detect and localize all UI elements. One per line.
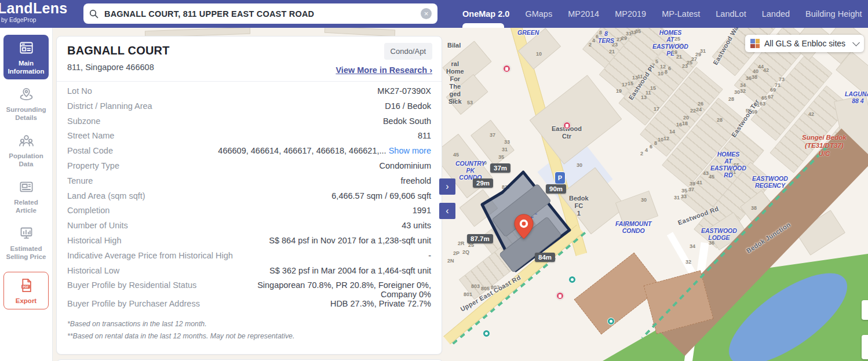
lot-dimension-badge: 90m [546,184,566,194]
nav-item[interactable]: LandLot [716,9,746,19]
sidebar-item-surrounding-details[interactable]: Surrounding Details [3,81,49,126]
map-source-nav: OneMap 2.0GMapsMP2014MP2019MP-LatestLand… [462,0,862,28]
colored-grid-icon [750,39,760,48]
map-plot-number: 8 [654,140,657,146]
detail-value: 466609, 466614, 466617, 466618, 466621,.… [218,146,431,155]
detail-value: - [428,251,431,260]
export-label: Export [16,297,37,305]
detail-row: Number of Units 43 units [67,221,431,236]
map-plot-number: 17 [654,106,659,112]
detail-row: Street Name 811 [67,131,431,146]
map-plot-number: 37 [688,187,694,192]
panel-expand-button[interactable]: › [439,178,455,195]
sidebar-item-label: Related Article [5,198,48,214]
map-plot-number: 34 [690,243,695,249]
detail-label: Number of Units [67,221,140,230]
property-title: BAGNALL COURT [67,44,431,57]
search-input[interactable] [103,9,416,19]
detail-value: freehold [401,176,431,185]
nav-item[interactable]: MP2014 [568,9,599,19]
map-place-label: HOMES AT EASTWOOD RD [710,151,746,178]
logo-subtitle: by EdgeProp [1,17,67,23]
view-more-research-link[interactable]: View More in Research › [335,65,432,75]
search-icon [89,9,99,19]
zoom-in-button[interactable] [862,300,868,320]
map-place-label: EASTWOOD LODGE [701,227,737,241]
detail-value: 43 units [402,221,431,230]
map-poi-label: Bilal [447,42,461,49]
detail-row: Buyer Profile by Purchaser Address HDB 2… [67,299,431,314]
nav-item[interactable]: Landed [762,9,790,19]
map-plot-number: 8 [665,69,668,75]
detail-label: Historical Low [67,266,131,275]
detail-row: Property Type Condominium [67,161,431,176]
lot-dimension-badge: 87.7m [467,234,493,243]
map-plot-number: 36 [746,75,752,81]
detail-label: Indicative Average Price from Historical… [67,251,245,260]
sidebar-item-label: Population Data [5,152,48,168]
nav-item[interactable]: Building Height [805,9,862,19]
chevron-right-icon: › [429,65,432,75]
header: LandLens by EdgeProp × OneMap 2.0GMapsMP… [0,0,868,28]
detail-value: 1991 [413,206,431,215]
map-plot-number: 5 [655,59,658,64]
detail-value: 811 [418,131,431,140]
panel-collapse-button[interactable]: ‹ [439,203,455,219]
sidebar-item-related-article[interactable]: Related Article [3,174,49,218]
map-plot-number: 15 [628,81,633,86]
detail-label: Buyer Profile by Residential Status [67,280,208,290]
detail-label: District / Planning Area [67,101,164,111]
app-logo: LandLens by EdgeProp [0,1,67,23]
show-more-link[interactable]: Show more [389,146,431,155]
detail-row: Buyer Profile by Residential Status Sing… [67,280,431,299]
map-plot-number: 43 [703,170,709,176]
map-plot-number: 41 [696,180,702,185]
detail-value: MK27-07390X [377,86,431,96]
nav-item[interactable]: MP2019 [615,9,646,19]
map-plot-number: 42 [808,111,814,117]
map-place-label: 8 TERS [598,30,614,44]
sidebar-item-main-information[interactable]: Main Information [3,35,49,79]
map-plot-number: 2N [447,258,454,264]
detail-value: Bedok South [383,116,431,126]
nav-item[interactable]: GMaps [525,9,552,19]
map-plot-number: 28 [728,96,734,102]
map-plot-number: 801 [464,291,472,297]
map-plot-number: 31 [502,147,508,152]
detail-row: Historical High S$ 864 psf in Nov 2017 f… [67,236,431,251]
nav-item[interactable]: OneMap 2.0 [462,9,509,19]
property-card-header: BAGNALL COURT 811, Singapore 466608 Cond… [57,37,442,82]
map-place-label: EASTWOOD REGENCY [752,175,788,189]
bus-stop-icon [556,292,564,300]
zoom-out-button[interactable] [862,335,868,359]
active-tab-indicator [462,23,504,28]
map-plot-number: 34 [740,82,746,88]
map-place-label: LAGUNA 88 4 [845,90,868,104]
export-pdf-button[interactable]: PDF Export [3,272,49,309]
detail-row: Land Area (sqm sqft) 6,466.57 sqm / 69,6… [67,191,431,206]
bus-stop-icon [563,122,571,129]
map-construction-label: Sungei Bedok (TE31/DT37) U/C [802,133,847,158]
lot-dimension-badge: 84m [535,253,555,262]
map-plot-number: 17 [622,82,628,87]
sidebar: Main Information Surrounding Details Pop… [0,28,53,361]
detail-row: Historical Low S$ 362 psf in Mar 2004 fo… [67,266,431,281]
map-location-icon [19,86,34,102]
detail-label: Subzone [67,116,112,126]
sidebar-item-label: Main Information [5,59,48,75]
map-plot-number: 2 [589,42,592,48]
gls-enbloc-dropdown[interactable]: All GLS & Enbloc sites [745,35,864,52]
clear-search-button[interactable]: × [421,8,432,19]
map-plot-number: 6 [650,144,652,149]
logo-title: LandLens [0,1,67,16]
map-place-label: GREEN [517,29,539,36]
map-pin-icon[interactable] [513,213,534,240]
detail-value: HDB 27.3%, Private 72.7% [330,299,431,308]
map-plot-number: 53 [467,100,473,105]
property-detail-rows: Lot No MK27-07390X District / Planning A… [57,82,442,314]
sidebar-item-population-data[interactable]: Population Data [3,127,49,172]
sidebar-item-estimated-selling-price[interactable]: Estimated Selling Price [3,220,49,265]
detail-row: District / Planning Area D16 / Bedok [67,101,431,116]
nav-item[interactable]: MP-Latest [662,9,700,19]
lot-dimension-badge: 29m [473,178,493,188]
